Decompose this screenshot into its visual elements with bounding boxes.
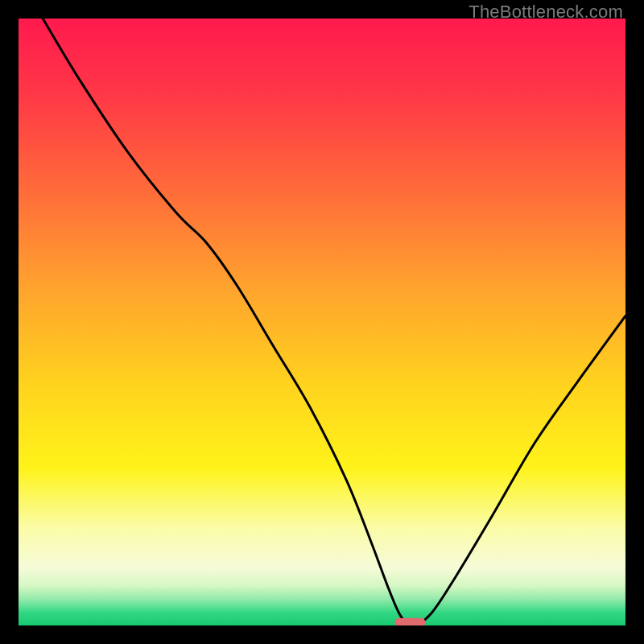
bottleneck-chart [19,19,625,625]
optimal-range-marker [394,618,425,625]
watermark-text: TheBottleneck.com [469,2,623,23]
chart-background [19,19,625,625]
chart-frame [19,19,625,625]
